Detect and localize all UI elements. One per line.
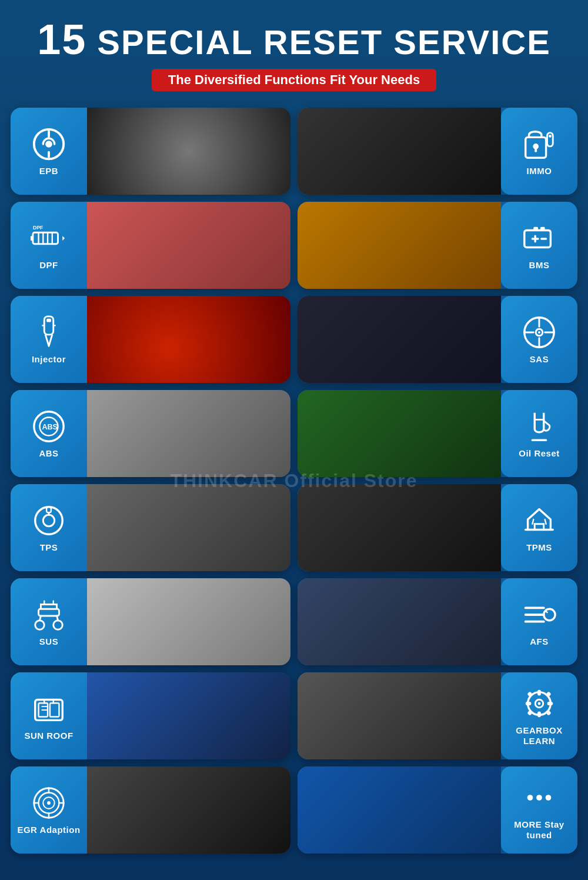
card-image-tps <box>87 484 290 571</box>
svg-line-54 <box>546 611 547 612</box>
card-image-sus <box>87 578 290 665</box>
svg-line-44 <box>545 519 546 524</box>
service-card-more: MORE Stay tuned <box>298 766 577 854</box>
card-icon-section-sas: SAS <box>501 296 577 383</box>
abs-icon: ABS <box>31 408 67 445</box>
service-card-egr: EGR Adaption <box>11 766 290 854</box>
card-icon-section-oilreset: Oil Reset <box>501 390 577 477</box>
card-icon-section-tpms: TPMS <box>501 484 577 571</box>
svg-rect-62 <box>537 712 541 718</box>
header: 15 SPECIAL RESET SERVICE The Diversified… <box>0 0 588 97</box>
card-image-dpf <box>87 202 290 289</box>
svg-line-49 <box>57 616 58 621</box>
card-icon-section-immo: IMMO <box>501 108 577 195</box>
dpf-icon: DPF <box>31 220 67 256</box>
card-label-sas: SAS <box>530 354 549 365</box>
card-image-sas <box>298 296 501 383</box>
card-icon-section-abs: ABS ABS <box>11 390 87 477</box>
card-label-tpms: TPMS <box>526 542 552 553</box>
sunroof-icon <box>31 691 67 727</box>
card-image-abs <box>87 390 290 477</box>
card-icon-section-injector: Injector <box>11 296 87 383</box>
afs-icon <box>521 596 557 633</box>
svg-rect-19 <box>540 227 545 231</box>
svg-point-46 <box>35 621 45 630</box>
card-icon-section-dpf: DPF DPF <box>11 202 87 289</box>
svg-point-3 <box>45 141 52 148</box>
more-icon <box>521 779 557 816</box>
service-grid: EPB IMMO DPF DPF BMS Injector S <box>0 97 588 864</box>
egr-icon <box>31 785 67 821</box>
card-icon-section-sus: SUS <box>11 578 87 665</box>
tps-icon <box>31 502 67 539</box>
svg-rect-63 <box>526 702 532 705</box>
gearbox-icon: ! <box>521 685 557 722</box>
card-label-abs: ABS <box>39 448 58 459</box>
svg-text:DPF: DPF <box>33 225 43 231</box>
service-card-injector: Injector <box>11 296 290 383</box>
svg-line-43 <box>532 519 533 524</box>
immo-icon <box>521 126 557 162</box>
card-image-injector <box>87 296 290 383</box>
card-label-tps: TPS <box>40 542 58 553</box>
svg-rect-45 <box>39 609 59 616</box>
card-label-bms: BMS <box>529 260 550 271</box>
service-card-dpf: DPF DPF <box>11 202 290 289</box>
svg-point-9 <box>549 135 552 138</box>
svg-rect-15 <box>31 236 33 241</box>
bms-icon <box>521 220 557 256</box>
svg-rect-18 <box>533 227 538 231</box>
card-label-egr: EGR Adaption <box>17 825 80 835</box>
card-image-afs <box>298 578 501 665</box>
service-card-sas: SAS <box>298 296 577 383</box>
card-label-more: MORE Stay tuned <box>506 819 573 841</box>
svg-point-73 <box>47 801 51 805</box>
svg-point-29 <box>538 331 540 334</box>
card-label-sunroof: SUN ROOF <box>24 731 73 741</box>
card-image-sunroof <box>87 672 290 759</box>
card-image-tpms <box>298 484 501 571</box>
card-label-gearbox: GEARBOX LEARN <box>506 725 573 746</box>
svg-point-78 <box>527 795 533 801</box>
card-icon-section-tps: TPS <box>11 484 87 571</box>
card-icon-section-bms: BMS <box>501 202 577 289</box>
svg-point-53 <box>544 609 555 621</box>
svg-point-79 <box>536 795 542 801</box>
card-icon-section-egr: EGR Adaption <box>11 766 87 854</box>
injector-icon <box>31 314 67 351</box>
service-card-gearbox: ! GEARBOX LEARN <box>298 672 577 759</box>
svg-point-80 <box>546 795 552 801</box>
service-card-tpms: TPMS <box>298 484 577 571</box>
svg-text:ABS: ABS <box>42 423 58 431</box>
service-card-sunroof: SUN ROOF <box>11 672 290 759</box>
svg-point-47 <box>54 621 63 630</box>
svg-text:!: ! <box>534 701 536 707</box>
svg-rect-10 <box>33 233 58 244</box>
card-icon-section-gearbox: ! GEARBOX LEARN <box>501 672 577 759</box>
card-label-oilreset: Oil Reset <box>519 448 560 459</box>
card-image-egr <box>87 766 290 854</box>
card-image-immo <box>298 108 501 195</box>
svg-point-60 <box>538 702 541 705</box>
svg-rect-61 <box>537 690 541 696</box>
card-label-epb: EPB <box>39 166 58 176</box>
header-subtitle: The Diversified Functions Fit Your Needs <box>152 69 436 91</box>
card-label-sus: SUS <box>39 636 58 647</box>
card-image-epb <box>87 108 290 195</box>
card-image-gearbox <box>298 672 501 759</box>
svg-line-48 <box>40 616 41 621</box>
service-card-afs: AFS <box>298 578 577 665</box>
svg-rect-7 <box>534 148 537 152</box>
title-text: SPECIAL RESET SERVICE <box>97 23 551 61</box>
epb-icon <box>31 126 67 162</box>
service-card-immo: IMMO <box>298 108 577 195</box>
service-card-tps: TPS <box>11 484 290 571</box>
card-icon-section-more: MORE Stay tuned <box>501 766 577 854</box>
service-card-epb: EPB <box>11 108 290 195</box>
svg-rect-57 <box>50 704 59 717</box>
card-label-injector: Injector <box>32 354 66 365</box>
svg-rect-64 <box>547 702 553 705</box>
card-label-afs: AFS <box>530 636 549 647</box>
content-area: THINKCAR Official Store EPB IMMO DPF DPF… <box>0 97 588 864</box>
svg-rect-24 <box>46 319 51 322</box>
